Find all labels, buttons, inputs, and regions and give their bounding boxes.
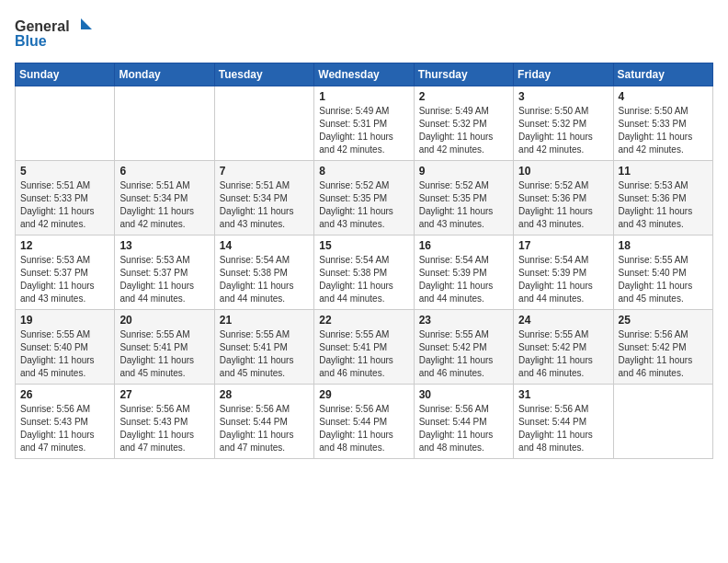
calendar-cell: 7Sunrise: 5:51 AMSunset: 5:34 PMDaylight… xyxy=(214,161,313,236)
day-number: 1 xyxy=(319,90,408,103)
day-number: 29 xyxy=(319,388,408,401)
day-info: Sunrise: 5:55 AMSunset: 5:40 PMDaylight:… xyxy=(20,328,109,380)
calendar-cell: 18Sunrise: 5:55 AMSunset: 5:40 PMDayligh… xyxy=(613,236,712,310)
day-info: Sunrise: 5:55 AMSunset: 5:41 PMDaylight:… xyxy=(319,328,408,380)
day-info: Sunrise: 5:55 AMSunset: 5:41 PMDaylight:… xyxy=(220,328,309,380)
day-number: 10 xyxy=(518,165,608,178)
calendar-cell: 31Sunrise: 5:56 AMSunset: 5:44 PMDayligh… xyxy=(514,385,613,459)
day-number: 4 xyxy=(619,90,708,103)
day-info: Sunrise: 5:55 AMSunset: 5:41 PMDaylight:… xyxy=(119,328,209,380)
day-number: 28 xyxy=(220,388,309,401)
day-number: 30 xyxy=(419,388,508,401)
calendar-table: SundayMondayTuesdayWednesdayThursdayFrid… xyxy=(15,63,713,459)
day-info: Sunrise: 5:53 AMSunset: 5:36 PMDaylight:… xyxy=(619,179,708,231)
calendar-cell: 22Sunrise: 5:55 AMSunset: 5:41 PMDayligh… xyxy=(314,310,414,385)
calendar-cell: 5Sunrise: 5:51 AMSunset: 5:33 PMDaylight… xyxy=(16,161,115,236)
day-number: 14 xyxy=(220,239,309,252)
day-number: 15 xyxy=(319,239,408,252)
calendar-cell: 24Sunrise: 5:55 AMSunset: 5:42 PMDayligh… xyxy=(514,310,613,385)
day-info: Sunrise: 5:53 AMSunset: 5:37 PMDaylight:… xyxy=(20,254,109,305)
day-info: Sunrise: 5:55 AMSunset: 5:42 PMDaylight:… xyxy=(419,328,508,380)
calendar-cell: 25Sunrise: 5:56 AMSunset: 5:42 PMDayligh… xyxy=(613,310,712,385)
day-info: Sunrise: 5:54 AMSunset: 5:39 PMDaylight:… xyxy=(419,254,508,305)
weekday-header-thursday: Thursday xyxy=(414,63,513,86)
svg-marker-2 xyxy=(81,18,92,29)
day-number: 3 xyxy=(518,90,608,103)
day-info: Sunrise: 5:56 AMSunset: 5:42 PMDaylight:… xyxy=(619,328,708,380)
calendar-cell: 10Sunrise: 5:52 AMSunset: 5:36 PMDayligh… xyxy=(514,161,613,236)
day-number: 8 xyxy=(319,165,408,178)
calendar-cell: 16Sunrise: 5:54 AMSunset: 5:39 PMDayligh… xyxy=(414,236,513,310)
day-info: Sunrise: 5:56 AMSunset: 5:44 PMDaylight:… xyxy=(220,403,309,454)
day-number: 12 xyxy=(20,239,109,252)
day-number: 23 xyxy=(419,314,508,327)
day-info: Sunrise: 5:51 AMSunset: 5:34 PMDaylight:… xyxy=(119,179,209,231)
day-info: Sunrise: 5:52 AMSunset: 5:35 PMDaylight:… xyxy=(419,179,508,231)
day-info: Sunrise: 5:52 AMSunset: 5:36 PMDaylight:… xyxy=(518,179,608,231)
week-row-3: 12Sunrise: 5:53 AMSunset: 5:37 PMDayligh… xyxy=(16,236,713,310)
calendar-cell xyxy=(115,86,214,161)
calendar-cell: 14Sunrise: 5:54 AMSunset: 5:38 PMDayligh… xyxy=(214,236,313,310)
day-info: Sunrise: 5:54 AMSunset: 5:38 PMDaylight:… xyxy=(220,254,309,305)
calendar-cell: 20Sunrise: 5:55 AMSunset: 5:41 PMDayligh… xyxy=(115,310,214,385)
day-info: Sunrise: 5:51 AMSunset: 5:33 PMDaylight:… xyxy=(20,179,109,231)
day-number: 27 xyxy=(119,388,209,401)
day-info: Sunrise: 5:54 AMSunset: 5:39 PMDaylight:… xyxy=(518,254,608,305)
calendar-cell: 28Sunrise: 5:56 AMSunset: 5:44 PMDayligh… xyxy=(214,385,313,459)
logo-svg: GeneralBlue xyxy=(15,15,97,52)
day-info: Sunrise: 5:56 AMSunset: 5:44 PMDaylight:… xyxy=(518,403,608,454)
calendar-cell: 11Sunrise: 5:53 AMSunset: 5:36 PMDayligh… xyxy=(613,161,712,236)
calendar-cell: 6Sunrise: 5:51 AMSunset: 5:34 PMDaylight… xyxy=(115,161,214,236)
day-info: Sunrise: 5:53 AMSunset: 5:37 PMDaylight:… xyxy=(119,254,209,305)
day-info: Sunrise: 5:54 AMSunset: 5:38 PMDaylight:… xyxy=(319,254,408,305)
calendar-cell: 1Sunrise: 5:49 AMSunset: 5:31 PMDaylight… xyxy=(314,86,414,161)
day-number: 20 xyxy=(119,314,209,327)
day-info: Sunrise: 5:55 AMSunset: 5:40 PMDaylight:… xyxy=(619,254,708,305)
day-number: 17 xyxy=(518,239,608,252)
day-number: 16 xyxy=(419,239,508,252)
weekday-header-row: SundayMondayTuesdayWednesdayThursdayFrid… xyxy=(16,63,713,86)
week-row-5: 26Sunrise: 5:56 AMSunset: 5:43 PMDayligh… xyxy=(16,385,713,459)
day-number: 25 xyxy=(619,314,708,327)
calendar-cell: 29Sunrise: 5:56 AMSunset: 5:44 PMDayligh… xyxy=(314,385,414,459)
day-number: 18 xyxy=(619,239,708,252)
day-info: Sunrise: 5:50 AMSunset: 5:32 PMDaylight:… xyxy=(518,105,608,156)
day-info: Sunrise: 5:50 AMSunset: 5:33 PMDaylight:… xyxy=(619,105,708,156)
day-info: Sunrise: 5:49 AMSunset: 5:32 PMDaylight:… xyxy=(419,105,508,156)
logo: GeneralBlue xyxy=(15,15,97,52)
weekday-header-saturday: Saturday xyxy=(613,63,712,86)
day-info: Sunrise: 5:51 AMSunset: 5:34 PMDaylight:… xyxy=(220,179,309,231)
calendar-cell: 12Sunrise: 5:53 AMSunset: 5:37 PMDayligh… xyxy=(16,236,115,310)
calendar-cell: 27Sunrise: 5:56 AMSunset: 5:43 PMDayligh… xyxy=(115,385,214,459)
day-number: 21 xyxy=(220,314,309,327)
calendar-cell: 2Sunrise: 5:49 AMSunset: 5:32 PMDaylight… xyxy=(414,86,513,161)
day-number: 22 xyxy=(319,314,408,327)
day-number: 26 xyxy=(20,388,109,401)
weekday-header-monday: Monday xyxy=(115,63,214,86)
day-number: 13 xyxy=(119,239,209,252)
day-info: Sunrise: 5:56 AMSunset: 5:43 PMDaylight:… xyxy=(20,403,109,454)
day-info: Sunrise: 5:56 AMSunset: 5:44 PMDaylight:… xyxy=(319,403,408,454)
day-number: 11 xyxy=(619,165,708,178)
calendar-cell: 9Sunrise: 5:52 AMSunset: 5:35 PMDaylight… xyxy=(414,161,513,236)
calendar-cell: 17Sunrise: 5:54 AMSunset: 5:39 PMDayligh… xyxy=(514,236,613,310)
calendar-cell: 13Sunrise: 5:53 AMSunset: 5:37 PMDayligh… xyxy=(115,236,214,310)
calendar-cell: 19Sunrise: 5:55 AMSunset: 5:40 PMDayligh… xyxy=(16,310,115,385)
day-info: Sunrise: 5:55 AMSunset: 5:42 PMDaylight:… xyxy=(518,328,608,380)
calendar-cell: 21Sunrise: 5:55 AMSunset: 5:41 PMDayligh… xyxy=(214,310,313,385)
week-row-1: 1Sunrise: 5:49 AMSunset: 5:31 PMDaylight… xyxy=(16,86,713,161)
weekday-header-friday: Friday xyxy=(514,63,613,86)
weekday-header-wednesday: Wednesday xyxy=(314,63,414,86)
day-info: Sunrise: 5:49 AMSunset: 5:31 PMDaylight:… xyxy=(319,105,408,156)
day-info: Sunrise: 5:56 AMSunset: 5:44 PMDaylight:… xyxy=(419,403,508,454)
calendar-cell: 26Sunrise: 5:56 AMSunset: 5:43 PMDayligh… xyxy=(16,385,115,459)
header: GeneralBlue xyxy=(15,15,713,52)
calendar-cell xyxy=(214,86,313,161)
svg-text:Blue: Blue xyxy=(15,33,47,49)
week-row-2: 5Sunrise: 5:51 AMSunset: 5:33 PMDaylight… xyxy=(16,161,713,236)
weekday-header-tuesday: Tuesday xyxy=(214,63,313,86)
calendar-cell: 30Sunrise: 5:56 AMSunset: 5:44 PMDayligh… xyxy=(414,385,513,459)
calendar-cell: 8Sunrise: 5:52 AMSunset: 5:35 PMDaylight… xyxy=(314,161,414,236)
day-info: Sunrise: 5:52 AMSunset: 5:35 PMDaylight:… xyxy=(319,179,408,231)
day-number: 7 xyxy=(220,165,309,178)
